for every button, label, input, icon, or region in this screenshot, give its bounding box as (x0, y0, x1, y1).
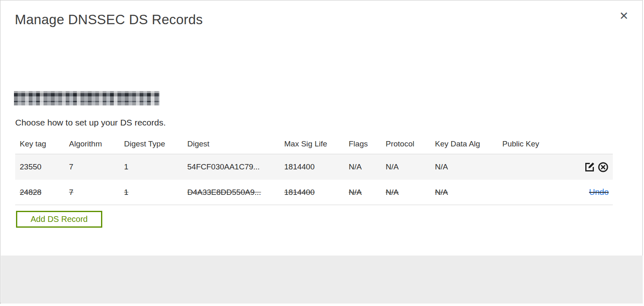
cell-digest-type: 1 (124, 162, 187, 171)
cell-protocol: N/A (386, 188, 435, 197)
cell-algorithm: 7 (69, 162, 124, 171)
cell-key-data-alg: N/A (435, 162, 502, 171)
undo-link[interactable]: Undo (589, 187, 609, 197)
add-ds-record-button[interactable]: Add DS Record (16, 211, 102, 228)
column-header-protocol: Protocol (386, 139, 435, 148)
close-icon[interactable]: ✕ (616, 8, 632, 24)
edit-icon[interactable] (584, 161, 595, 173)
cell-key-tag: 24828 (20, 188, 69, 197)
table-row: 23550 7 1 54FCF030AA1C79... 1814400 N/A … (15, 154, 613, 180)
column-header-public-key: Public Key (502, 139, 574, 148)
instruction-text: Choose how to set up your DS records. (15, 118, 166, 128)
delete-icon[interactable] (597, 161, 609, 173)
dialog-footer: Save Cancel (1, 256, 643, 304)
cell-flags: N/A (349, 162, 386, 171)
row-actions (574, 161, 609, 173)
cell-digest: 54FCF030AA1C79... (187, 162, 284, 171)
cell-key-data-alg: N/A (435, 188, 502, 197)
cell-key-tag: 23550 (20, 162, 69, 171)
column-header-key-tag: Key tag (20, 139, 69, 148)
column-header-digest: Digest (187, 139, 284, 148)
cell-algorithm: 7 (69, 188, 124, 197)
table-row-deleted: 24828 7 1 D4A33E8DD550A9... 1814400 N/A … (15, 180, 613, 205)
table-header-row: Key tag Algorithm Digest Type Digest Max… (15, 134, 613, 154)
cell-max-sig-life: 1814400 (284, 188, 349, 197)
cell-digest: D4A33E8DD550A9... (187, 188, 284, 197)
manage-dnssec-dialog: Manage DNSSEC DS Records ✕ Choose how to… (0, 0, 643, 304)
cell-digest-type: 1 (124, 188, 187, 197)
cell-protocol: N/A (386, 162, 435, 171)
dialog-title: Manage DNSSEC DS Records (15, 12, 203, 27)
column-header-max-sig-life: Max Sig Life (284, 139, 349, 148)
column-header-digest-type: Digest Type (124, 139, 187, 148)
screen: Manage DNSSEC DS Records ✕ Choose how to… (0, 0, 644, 306)
redacted-domain-name (14, 91, 159, 105)
cell-flags: N/A (349, 188, 386, 197)
ds-records-table: Key tag Algorithm Digest Type Digest Max… (15, 134, 613, 205)
cell-max-sig-life: 1814400 (284, 162, 349, 171)
column-header-algorithm: Algorithm (69, 139, 124, 148)
row-actions: Undo (574, 187, 609, 197)
column-header-key-data-alg: Key Data Alg (435, 139, 502, 148)
column-header-flags: Flags (349, 139, 386, 148)
